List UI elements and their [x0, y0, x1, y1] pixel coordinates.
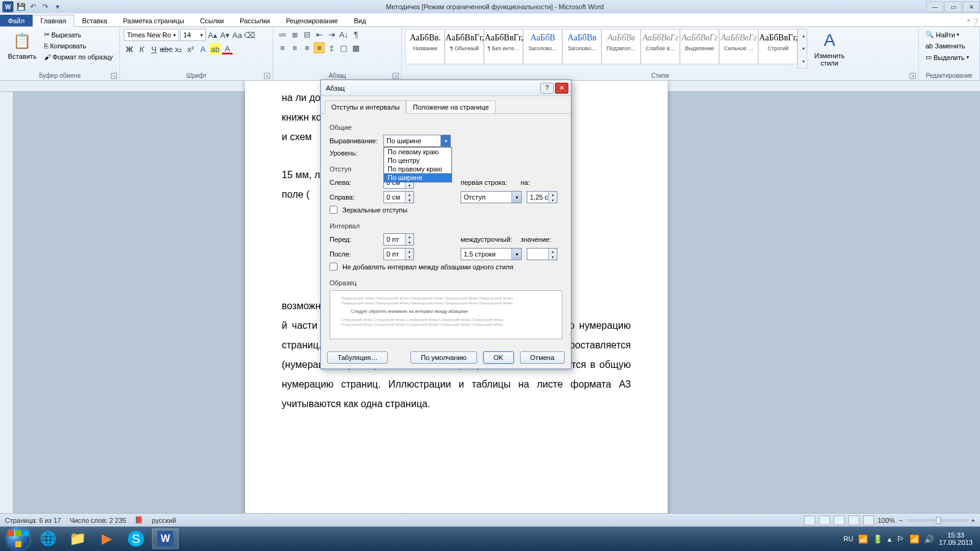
find-button[interactable]: 🔍Найти▾ [922, 29, 976, 40]
copy-button[interactable]: ⎘Копировать [41, 40, 116, 51]
tab-layout[interactable]: Разметка страницы [115, 15, 192, 26]
tab-view[interactable]: Вид [346, 15, 374, 26]
view-web-icon[interactable] [834, 515, 845, 525]
status-words[interactable]: Число слов: 2 235 [70, 517, 126, 524]
default-button[interactable]: По умолчанию [410, 351, 477, 364]
minimize-button[interactable]: — [926, 1, 943, 12]
zoom-out-icon[interactable]: − [899, 517, 902, 524]
view-outline-icon[interactable] [848, 515, 859, 525]
zoom-slider[interactable] [907, 519, 968, 522]
by-spinner[interactable]: 1,25 см▴▾ [527, 191, 557, 203]
italic-icon[interactable]: К [136, 43, 147, 54]
firstline-combo[interactable]: Отступ▾ [461, 191, 522, 203]
battery-icon[interactable]: 🔋 [873, 534, 883, 544]
align-left-icon[interactable]: ≡ [277, 42, 288, 53]
font-family-combo[interactable]: Times New Ro▾ [124, 29, 179, 41]
style-item[interactable]: АаБбВвПодзагол… [601, 29, 641, 64]
strike-icon[interactable]: abc [160, 43, 172, 54]
tab-review[interactable]: Рецензирование [278, 15, 346, 26]
taskbar-skype[interactable]: S [123, 528, 149, 549]
tabs-button[interactable]: Табуляция… [327, 351, 388, 364]
view-draft-icon[interactable] [863, 515, 874, 525]
bold-icon[interactable]: Ж [124, 43, 135, 54]
taskbar-explorer[interactable]: 📁 [64, 528, 91, 549]
alignment-dropdown[interactable]: По левому краюПо центруПо правому краюПо… [383, 147, 452, 182]
dialog-tab-indents[interactable]: Отступы и интервалы [325, 100, 406, 114]
numbering-icon[interactable]: ≣ [289, 29, 300, 40]
align-right-icon[interactable]: ≡ [301, 42, 312, 53]
underline-icon[interactable]: Ч [148, 43, 159, 54]
text-effects-icon[interactable]: A [197, 43, 208, 54]
pilcrow-icon[interactable]: ¶ [350, 29, 361, 40]
paste-button[interactable]: 📋Вставить [4, 29, 41, 62]
save-icon[interactable]: 💾 [16, 2, 26, 12]
ok-button[interactable]: OK [483, 351, 514, 364]
view-print-icon[interactable] [804, 515, 815, 525]
cut-button[interactable]: ✂Вырезать [41, 29, 116, 40]
style-item[interactable]: АаБбВвГг,¶ Обычный [445, 29, 484, 64]
help-icon[interactable]: ❔ [971, 18, 980, 26]
start-button[interactable] [4, 528, 33, 549]
volume-icon[interactable]: 🔊 [924, 534, 934, 544]
clear-format-icon[interactable]: ⌫ [244, 29, 255, 40]
highlight-icon[interactable]: ab [209, 43, 221, 54]
network-icon[interactable]: 📶 [858, 534, 868, 544]
style-item[interactable]: АаБбВвЗаголово… [562, 29, 601, 64]
dialog-launcher-icon[interactable]: ↘ [264, 73, 270, 79]
maximize-button[interactable]: ▭ [944, 1, 962, 12]
chevron-down-icon[interactable]: ▾ [440, 135, 450, 146]
status-page[interactable]: Страница: 6 из 17 [5, 517, 61, 524]
taskbar-word[interactable]: W [152, 528, 179, 549]
chevron-down-icon[interactable]: ▾ [511, 192, 521, 203]
no-space-checkbox[interactable] [330, 263, 337, 271]
style-item[interactable]: АаБбВвГг,¶ Без инте… [484, 29, 523, 64]
subscript-icon[interactable]: x₂ [173, 43, 184, 54]
view-fullscreen-icon[interactable] [819, 515, 830, 525]
style-item[interactable]: АаБбВЗаголово… [523, 29, 562, 64]
mirror-indents-checkbox[interactable] [330, 206, 337, 214]
status-language[interactable]: русский [152, 517, 176, 524]
dropdown-option[interactable]: По центру [384, 156, 451, 165]
indent-right-spinner[interactable]: 0 см▴▾ [383, 191, 414, 203]
align-justify-icon[interactable]: ≡ [314, 42, 325, 53]
indent-dec-icon[interactable]: ⇤ [314, 29, 325, 40]
select-button[interactable]: ▭Выделить▾ [922, 51, 976, 63]
dialog-launcher-icon[interactable]: ↘ [910, 73, 916, 79]
at-spinner[interactable]: ▴▾ [527, 248, 557, 260]
bullets-icon[interactable]: ≔ [277, 29, 288, 40]
indent-inc-icon[interactable]: ⇥ [326, 29, 337, 40]
linespacing-combo[interactable]: 1,5 строки▾ [461, 248, 522, 260]
align-center-icon[interactable]: ≡ [289, 42, 300, 53]
tab-file[interactable]: Файл [0, 15, 32, 26]
shrink-font-icon[interactable]: A▾ [219, 29, 230, 40]
cancel-button[interactable]: Отмена [520, 351, 565, 364]
line-spacing-icon[interactable]: ‡ [326, 42, 337, 53]
ribbon-minimize-icon[interactable]: ⌃ [966, 18, 971, 26]
font-color-icon[interactable]: A [222, 43, 233, 54]
font-size-combo[interactable]: 14▾ [180, 29, 206, 41]
style-item[interactable]: АаБбВв.Название [405, 29, 445, 64]
style-item[interactable]: АаБбВвГгСлабое в… [641, 29, 680, 64]
style-item[interactable]: АаБбВвГг,Строгий [758, 29, 797, 64]
dialog-close-button[interactable]: ✕ [555, 83, 568, 94]
dialog-tab-pageposition[interactable]: Положение на странице [406, 100, 496, 114]
dropdown-option[interactable]: По ширине [384, 173, 451, 182]
dropdown-option[interactable]: По правому краю [384, 165, 451, 173]
taskbar-mediaplayer[interactable]: ▶ [93, 528, 120, 549]
dialog-help-button[interactable]: ? [540, 83, 554, 94]
style-item[interactable]: АаБбВвГгСильное … [719, 29, 758, 64]
tab-insert[interactable]: Вставка [74, 15, 115, 26]
chevron-down-icon[interactable]: ▾ [511, 249, 521, 260]
dialog-launcher-icon[interactable]: ↘ [111, 73, 117, 79]
dialog-launcher-icon[interactable]: ↘ [393, 73, 399, 79]
action-center-icon[interactable]: 🏳 [897, 534, 905, 544]
superscript-icon[interactable]: x² [185, 43, 196, 54]
change-styles-button[interactable]: AИзменить стили [807, 29, 851, 69]
window-close-button[interactable]: ✕ [963, 1, 980, 12]
styles-gallery[interactable]: АаБбВв.НазваниеАаБбВвГг,¶ ОбычныйАаБбВвГ… [405, 29, 797, 69]
tab-home[interactable]: Главная [32, 15, 74, 27]
replace-button[interactable]: abЗаменить [922, 40, 976, 51]
dropdown-option[interactable]: По левому краю [384, 148, 451, 156]
after-spinner[interactable]: 0 пт▴▾ [383, 248, 414, 260]
borders-icon[interactable]: ▦ [350, 42, 361, 53]
